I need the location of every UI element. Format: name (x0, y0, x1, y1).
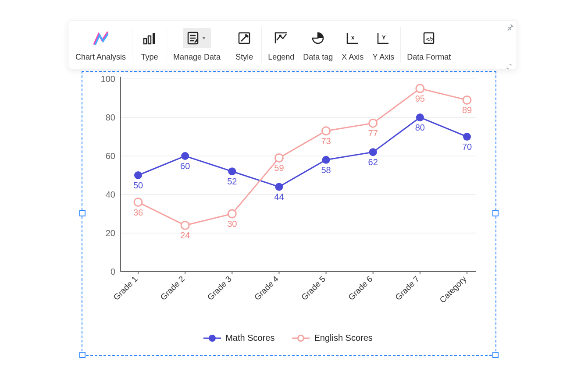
manage-data-icon (183, 28, 211, 48)
toolbar-label: Type (141, 53, 158, 62)
x-tick-label: Grade 2 (159, 274, 186, 302)
separator (132, 27, 132, 63)
data-label-math: 80 (415, 123, 425, 132)
resize-handle-left[interactable] (79, 210, 86, 216)
x-tick-label: Grade 5 (299, 274, 327, 302)
separator (167, 27, 167, 63)
resize-handle-bottom-left[interactable] (79, 352, 86, 358)
data-point-math[interactable] (275, 183, 283, 191)
svg-rect-2 (153, 33, 155, 44)
style-icon (233, 28, 255, 48)
chart-analysis-icon (89, 28, 113, 48)
data-label-math: 44 (274, 192, 284, 202)
data-label-english: 89 (462, 105, 472, 115)
svg-rect-1 (148, 36, 151, 44)
y-tick-label: 100 (101, 74, 115, 84)
data-point-math[interactable] (463, 133, 471, 141)
toolbar-type[interactable]: Type (134, 21, 165, 69)
data-label-english: 77 (368, 128, 378, 138)
svg-marker-8 (202, 37, 206, 39)
separator (400, 27, 401, 63)
toolbar-label: Data Format (407, 53, 451, 62)
toolbar-label: X Axis (342, 53, 363, 62)
toolbar-label: Data tag (303, 53, 333, 62)
toolbar-label: Chart Analysis (75, 53, 126, 62)
y-tick-label: 0 (110, 267, 115, 276)
toolbar-data-tag[interactable]: Data tag (299, 21, 337, 69)
data-label-math: 58 (321, 165, 331, 175)
resize-handle-bottom-right[interactable] (492, 352, 499, 358)
x-axis-icon: x (342, 28, 363, 48)
legend-item-math[interactable]: Math Scores (203, 333, 274, 343)
data-point-math[interactable] (228, 167, 236, 175)
pin-icon[interactable] (506, 23, 514, 33)
legend-label: English Scores (314, 333, 372, 343)
toolbar-manage-data[interactable]: Manage Data (169, 21, 225, 69)
data-point-math[interactable] (369, 148, 377, 156)
data-label-english: 36 (133, 208, 143, 217)
chart-toolbar: Chart Analysis Type Manage Data (68, 20, 517, 69)
svg-rect-0 (144, 39, 146, 44)
data-label-math: 60 (180, 161, 190, 171)
data-point-english[interactable] (463, 96, 471, 104)
data-point-math[interactable] (181, 152, 189, 160)
data-point-english[interactable] (322, 127, 330, 135)
x-tick-label: Grade 4 (253, 274, 281, 302)
separator (227, 27, 227, 63)
toolbar-style[interactable]: Style (229, 21, 260, 69)
svg-point-11 (279, 35, 282, 37)
data-point-english[interactable] (181, 221, 189, 229)
y-tick-label: 20 (106, 228, 115, 238)
toolbar-label: Legend (268, 53, 294, 62)
toolbar-chart-analysis[interactable]: Chart Analysis (71, 21, 130, 69)
svg-text:Y: Y (382, 34, 386, 41)
x-tick-label: Grade 6 (346, 274, 374, 302)
data-point-math[interactable] (416, 113, 424, 121)
data-label-english: 30 (227, 219, 237, 229)
y-tick-label: 40 (106, 190, 115, 199)
data-point-english[interactable] (369, 119, 377, 127)
y-tick-label: 60 (106, 151, 115, 161)
data-point-english[interactable] (275, 154, 283, 162)
data-label-math: 50 (133, 180, 143, 190)
legend-marker-hollow (292, 334, 310, 343)
toolbar-label: Style (235, 53, 253, 62)
data-point-math[interactable] (322, 156, 330, 164)
data-label-english: 24 (180, 230, 190, 240)
data-label-math: 52 (227, 177, 237, 186)
resize-handle-right[interactable] (492, 210, 499, 216)
data-label-math: 70 (462, 142, 472, 152)
expand-icon[interactable] (506, 64, 514, 71)
data-label-english: 95 (415, 94, 425, 103)
line-chart: 020406080100Grade 1Grade 2Grade 3Grade 4… (90, 74, 485, 320)
toolbar-label: Manage Data (173, 53, 221, 62)
y-axis-icon: Y (372, 28, 394, 48)
legend-marker-filled (203, 334, 221, 343)
toolbar-y-axis[interactable]: Y Y Axis (368, 21, 399, 69)
svg-text:x: x (351, 34, 355, 41)
y-tick-label: 80 (106, 113, 115, 122)
data-point-math[interactable] (134, 171, 142, 179)
data-point-english[interactable] (416, 85, 424, 92)
data-label-math: 62 (368, 157, 378, 167)
toolbar-legend[interactable]: Legend (264, 21, 299, 69)
legend-item-english[interactable]: English Scores (292, 333, 372, 343)
toolbar-x-axis[interactable]: x X Axis (337, 21, 368, 69)
separator (261, 27, 262, 63)
data-point-english[interactable] (228, 210, 236, 218)
toolbar-label: Y Axis (372, 53, 394, 62)
legend-icon (270, 28, 292, 48)
data-tag-icon (307, 28, 329, 48)
chart-legend: Math Scores English Scores (82, 333, 495, 343)
data-point-english[interactable] (134, 198, 142, 206)
x-tick-label: Grade 1 (111, 274, 139, 302)
x-tick-label: Category (438, 274, 468, 305)
bar-chart-icon (139, 28, 160, 48)
data-label-english: 73 (321, 136, 331, 146)
toolbar-data-format[interactable]: </> Data Format (403, 21, 455, 69)
svg-text:</>: </> (426, 36, 434, 42)
legend-label: Math Scores (225, 333, 274, 343)
x-tick-label: Grade 3 (206, 274, 233, 302)
x-tick-label: Grade 7 (393, 274, 421, 302)
data-format-icon: </> (418, 28, 440, 48)
